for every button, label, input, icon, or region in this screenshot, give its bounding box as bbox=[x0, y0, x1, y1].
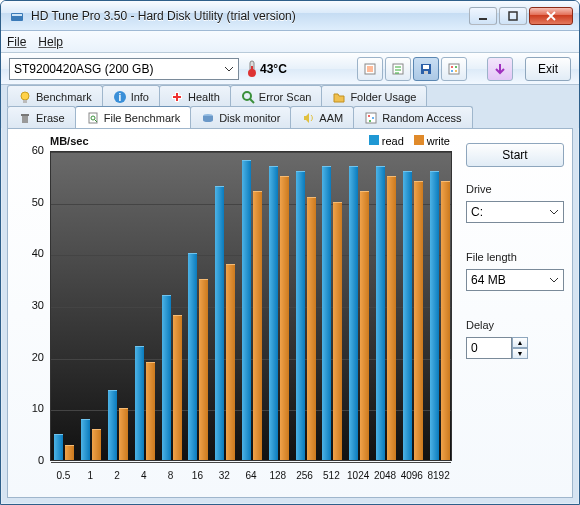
x-tick: 128 bbox=[269, 470, 286, 481]
tab-file-benchmark[interactable]: File Benchmark bbox=[75, 106, 191, 128]
tab-info[interactable]: iInfo bbox=[102, 85, 160, 107]
svg-text:i: i bbox=[118, 92, 121, 103]
bar-write bbox=[360, 191, 369, 460]
drive-combo[interactable]: C: bbox=[466, 201, 564, 223]
x-tick: 1024 bbox=[347, 470, 369, 481]
x-tick: 16 bbox=[192, 470, 203, 481]
bar-write bbox=[333, 202, 342, 460]
file-length-combo[interactable]: 64 MB bbox=[466, 269, 564, 291]
tab-folder-usage[interactable]: Folder Usage bbox=[321, 85, 427, 107]
bar-write bbox=[226, 264, 235, 460]
bar-write bbox=[65, 445, 74, 461]
x-tick: 2 bbox=[114, 470, 120, 481]
x-tick: 0.5 bbox=[56, 470, 70, 481]
thermometer-icon bbox=[247, 60, 257, 78]
svg-point-16 bbox=[451, 70, 453, 72]
bar-read bbox=[81, 419, 90, 460]
copy-screenshot-button[interactable] bbox=[357, 57, 383, 81]
close-button[interactable] bbox=[529, 7, 573, 25]
tab-aam[interactable]: AAM bbox=[290, 106, 354, 128]
bar-read bbox=[430, 171, 439, 460]
tab-disk-monitor[interactable]: Disk monitor bbox=[190, 106, 291, 128]
minimize-button[interactable] bbox=[469, 7, 497, 25]
start-button[interactable]: Start bbox=[466, 143, 564, 167]
chevron-down-icon bbox=[549, 207, 559, 217]
y-tick: 50 bbox=[14, 196, 44, 208]
tab-erase[interactable]: Erase bbox=[7, 106, 76, 128]
tab-random-access[interactable]: Random Access bbox=[353, 106, 472, 128]
menu-file[interactable]: File bbox=[7, 35, 26, 49]
options-button[interactable] bbox=[441, 57, 467, 81]
bar-read bbox=[188, 253, 197, 460]
bar-write bbox=[307, 197, 316, 461]
bar-read bbox=[54, 434, 63, 460]
search-icon bbox=[241, 90, 255, 104]
svg-point-33 bbox=[372, 117, 374, 119]
bar-write bbox=[414, 181, 423, 460]
x-tick: 8192 bbox=[427, 470, 449, 481]
sound-icon bbox=[301, 111, 315, 125]
bar-read bbox=[403, 171, 412, 460]
svg-rect-13 bbox=[449, 64, 459, 74]
bar-read bbox=[108, 390, 117, 460]
bar-read bbox=[349, 166, 358, 461]
app-icon bbox=[9, 8, 25, 24]
maximize-button[interactable] bbox=[499, 7, 527, 25]
disk-icon bbox=[201, 111, 215, 125]
svg-rect-27 bbox=[21, 114, 29, 116]
y-tick: 20 bbox=[14, 351, 44, 363]
save-button[interactable] bbox=[413, 57, 439, 81]
x-tick: 1 bbox=[87, 470, 93, 481]
y-tick: 0 bbox=[14, 454, 44, 466]
temperature-value: 43°C bbox=[260, 62, 287, 76]
chart-area: MB/sec read write 01020304050600.5124816… bbox=[14, 135, 456, 483]
svg-rect-8 bbox=[367, 66, 373, 72]
trash-icon bbox=[18, 111, 32, 125]
bar-read bbox=[269, 166, 278, 461]
drive-select-value: ST9200420ASG (200 GB) bbox=[14, 59, 153, 79]
bar-write bbox=[387, 176, 396, 460]
svg-rect-25 bbox=[176, 93, 178, 101]
folder-icon bbox=[332, 90, 346, 104]
bar-write bbox=[146, 362, 155, 460]
copy-info-button[interactable] bbox=[385, 57, 411, 81]
x-tick: 4 bbox=[141, 470, 147, 481]
svg-point-18 bbox=[21, 92, 29, 100]
x-tick: 256 bbox=[296, 470, 313, 481]
x-tick: 8 bbox=[168, 470, 174, 481]
window-title: HD Tune Pro 3.50 - Hard Disk Utility (tr… bbox=[31, 9, 469, 23]
svg-rect-6 bbox=[251, 66, 253, 72]
bar-read bbox=[376, 166, 385, 461]
y-axis-label: MB/sec bbox=[50, 135, 89, 147]
delay-down-button[interactable]: ▼ bbox=[512, 348, 528, 359]
tab-benchmark[interactable]: Benchmark bbox=[7, 85, 103, 107]
titlebar: HD Tune Pro 3.50 - Hard Disk Utility (tr… bbox=[1, 1, 579, 31]
chart-legend: read write bbox=[369, 135, 450, 147]
y-tick: 40 bbox=[14, 247, 44, 259]
bar-read bbox=[296, 171, 305, 460]
delay-spinner[interactable]: 0 ▲ ▼ bbox=[466, 337, 564, 359]
bar-write bbox=[199, 279, 208, 460]
delay-up-button[interactable]: ▲ bbox=[512, 337, 528, 348]
health-icon bbox=[170, 90, 184, 104]
bulb-icon bbox=[18, 90, 32, 104]
svg-point-26 bbox=[243, 92, 251, 100]
down-arrow-button[interactable] bbox=[487, 57, 513, 81]
tab-health[interactable]: Health bbox=[159, 85, 231, 107]
menu-bar: File Help bbox=[1, 31, 579, 53]
svg-rect-3 bbox=[509, 12, 517, 20]
bar-write bbox=[280, 176, 289, 460]
menu-help[interactable]: Help bbox=[38, 35, 63, 49]
y-tick: 10 bbox=[14, 402, 44, 414]
exit-button[interactable]: Exit bbox=[525, 57, 571, 81]
svg-point-14 bbox=[451, 66, 453, 68]
chevron-down-icon bbox=[549, 275, 559, 285]
svg-rect-19 bbox=[23, 100, 27, 103]
tab-error-scan[interactable]: Error Scan bbox=[230, 85, 323, 107]
drive-select[interactable]: ST9200420ASG (200 GB) bbox=[9, 58, 239, 80]
bar-write bbox=[173, 315, 182, 460]
bar-write bbox=[253, 191, 262, 460]
temperature-indicator: 43°C bbox=[247, 60, 287, 78]
svg-point-15 bbox=[455, 66, 457, 68]
chevron-down-icon bbox=[224, 64, 234, 74]
